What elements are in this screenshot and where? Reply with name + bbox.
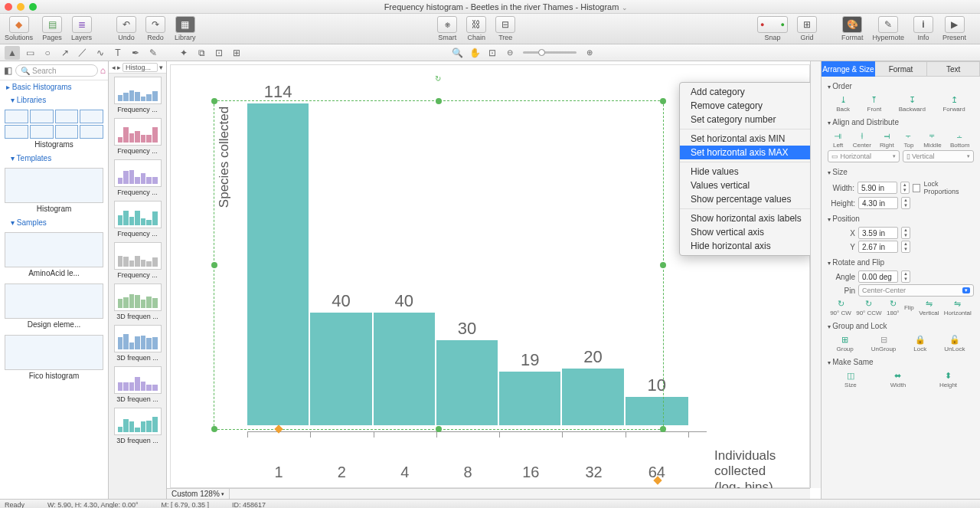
samples-header[interactable]: ▾ Samples <box>0 216 108 229</box>
zoom-slider[interactable] <box>523 51 577 54</box>
flip-action[interactable]: ⇋Horizontal <box>944 298 972 316</box>
zoom-window-icon[interactable] <box>29 3 37 11</box>
inspector-action[interactable]: ↥Forward <box>942 94 965 113</box>
page-thumbnail[interactable]: Frequency ... <box>113 159 162 196</box>
inspector-action[interactable]: ⊟UnGroup <box>871 334 896 352</box>
library-thumb[interactable] <box>80 110 103 123</box>
width-field[interactable]: 5.90 in <box>858 182 897 194</box>
library-thumb[interactable] <box>5 110 28 123</box>
page-thumbnail[interactable]: 3D frequen ... <box>113 325 162 362</box>
nav-back-icon[interactable]: ◂ <box>112 64 116 71</box>
stamp-tool[interactable]: ⊡ <box>211 46 227 60</box>
chain-button[interactable]: ⛓ <box>466 16 486 33</box>
context-menu-item[interactable]: Hide horizontal axis <box>680 239 812 253</box>
pointer-tool[interactable]: ▲ <box>5 46 20 60</box>
distribute-v-select[interactable]: ▯ Vertical▾ <box>903 150 975 162</box>
library-button[interactable]: ▦ <box>175 16 195 33</box>
order-header[interactable]: Order <box>828 80 974 93</box>
libraries-header[interactable]: ▾ Libraries <box>0 93 108 107</box>
context-menu-item[interactable]: Add category <box>680 85 812 99</box>
context-menu-item[interactable]: Set category number <box>680 113 812 126</box>
spray-tool[interactable]: ✦ <box>176 46 191 60</box>
library-thumb[interactable] <box>80 125 103 139</box>
tab-arrange-size[interactable]: Arrange & Size <box>822 61 875 77</box>
rotate-header[interactable]: Rotate and Flip <box>828 256 974 269</box>
text-tool[interactable]: T <box>110 46 126 60</box>
library-thumb[interactable] <box>55 125 79 139</box>
format-button[interactable]: 🎨 <box>842 16 862 33</box>
panel-toggle-icon[interactable]: ◧ <box>2 64 13 77</box>
angle-stepper[interactable]: ▲▼ <box>901 270 910 283</box>
sample-thumb[interactable] <box>5 335 103 370</box>
inspector-action[interactable]: ◫Size <box>844 370 857 388</box>
inspector-action[interactable]: ⤒Front <box>867 94 882 113</box>
grid-button[interactable]: ⊞ <box>797 16 817 33</box>
inspector-action[interactable]: ⊞Group <box>837 334 854 352</box>
library-thumb[interactable] <box>5 125 28 139</box>
y-stepper[interactable]: ▲▼ <box>901 241 910 253</box>
rotate-handle-icon[interactable]: ↻ <box>435 74 443 82</box>
pin-select[interactable]: Center-Center▾ <box>858 284 974 297</box>
inspector-action[interactable]: ⬌Width <box>890 370 906 388</box>
x-field[interactable]: 3.59 in <box>858 227 898 239</box>
x-stepper[interactable]: ▲▼ <box>901 227 910 239</box>
angle-field[interactable]: 0.00 deg <box>858 270 898 283</box>
page-thumbnail[interactable]: 3D frequen ... <box>113 366 162 403</box>
group-lock-header[interactable]: Group and Lock <box>828 320 974 333</box>
hypernote-button[interactable]: ✎ <box>878 16 898 33</box>
search-input[interactable]: 🔍Search <box>15 64 98 77</box>
context-menu-item[interactable]: Set horizontal axis MIN <box>680 132 812 146</box>
undo-button[interactable]: ↶ <box>116 16 136 33</box>
inspector-action[interactable]: ↧Backward <box>899 94 926 113</box>
group-tool[interactable]: ⊞ <box>229 46 244 60</box>
align-header[interactable]: Align and Distribute <box>828 116 974 129</box>
height-stepper[interactable]: ▲▼ <box>901 197 910 209</box>
zoom-fit-icon[interactable]: ⊡ <box>485 46 500 60</box>
context-menu-item[interactable]: Show percentage values <box>680 192 812 206</box>
info-button[interactable]: i <box>913 16 933 33</box>
page-thumbnail[interactable]: 3D frequen ... <box>113 408 162 444</box>
sample-thumb[interactable] <box>5 283 103 319</box>
connector-tool[interactable]: ↗ <box>57 46 73 60</box>
inspector-action[interactable]: ⬍Height <box>939 370 957 388</box>
flip-action[interactable]: ⇋Vertical <box>919 298 939 316</box>
page-thumbnail[interactable]: Frequency ... <box>113 242 162 279</box>
sample-thumb[interactable] <box>5 232 103 267</box>
library-thumb[interactable] <box>30 110 54 123</box>
layers-button[interactable]: ≣ <box>72 16 92 33</box>
present-button[interactable]: ▶ <box>945 16 965 33</box>
inspector-action[interactable]: ⫧Middle <box>923 130 942 149</box>
library-thumb[interactable] <box>30 125 54 139</box>
page-thumbnail[interactable]: Frequency ... <box>113 118 162 155</box>
height-field[interactable]: 4.30 in <box>858 197 898 209</box>
inspector-action[interactable]: ⫟Top <box>903 130 915 149</box>
zoom-plus-icon[interactable]: ⊕ <box>582 46 597 60</box>
width-stepper[interactable]: ▲▼ <box>900 182 910 194</box>
inspector-action[interactable]: ⫲Center <box>853 130 871 149</box>
home-icon[interactable]: ⌂ <box>100 65 106 76</box>
y-field[interactable]: 2.67 in <box>858 241 898 253</box>
make-same-header[interactable]: Make Same <box>828 356 974 369</box>
library-thumb[interactable] <box>55 110 79 123</box>
curve-tool[interactable]: ∿ <box>93 46 108 60</box>
zoom-dropdown[interactable]: Custom 128%▾ <box>167 489 230 500</box>
ellipse-tool[interactable]: ○ <box>40 46 55 60</box>
lock-proportions-checkbox[interactable] <box>913 184 921 192</box>
pen-tool[interactable]: ✒ <box>128 46 143 60</box>
tab-text[interactable]: Text <box>927 61 980 77</box>
line-tool[interactable]: ／ <box>75 46 90 60</box>
context-menu-item[interactable]: Show vertical axis <box>680 225 812 239</box>
smart-button[interactable]: ⎈ <box>437 16 457 33</box>
strip-tab[interactable]: Histog... <box>122 63 158 72</box>
solutions-button[interactable]: ◆ <box>9 16 29 33</box>
page-thumbnail[interactable]: Frequency ... <box>113 77 162 113</box>
rotate-action[interactable]: ↻90° CCW <box>856 298 881 316</box>
pages-button[interactable]: ▤ <box>42 16 62 33</box>
inspector-action[interactable]: ⫤Right <box>880 130 894 149</box>
basic-histograms-header[interactable]: ▸ Basic Histograms <box>0 80 108 93</box>
inspector-action[interactable]: ⤓Back <box>836 94 850 113</box>
window-controls[interactable] <box>5 3 37 11</box>
tree-button[interactable]: ⊟ <box>495 16 515 33</box>
template-thumb[interactable] <box>5 168 103 203</box>
context-menu-item[interactable]: Values vertical <box>680 179 812 192</box>
